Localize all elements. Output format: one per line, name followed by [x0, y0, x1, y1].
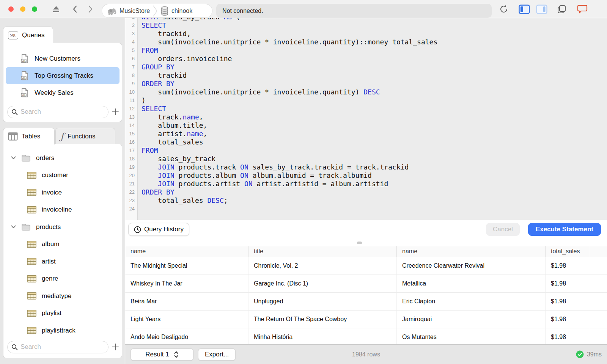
result-selector[interactable]: Result 1 [131, 348, 193, 361]
tab-queries[interactable]: SQL Queries [3, 27, 53, 43]
table-icon [27, 241, 36, 248]
execute-statement-button[interactable]: Execute Statement [528, 223, 601, 236]
table-cell[interactable]: Unplugged [248, 293, 397, 310]
table-cell[interactable]: Whiskey In The Jar [125, 275, 248, 292]
table-icon [27, 292, 36, 300]
code-line: JOIN products.album ON album.albumid = t… [138, 171, 607, 180]
tab-tables[interactable]: Tables [3, 128, 55, 144]
query-list-item[interactable]: SQLTop Grossing Tracks [6, 67, 120, 84]
close-window-button[interactable] [8, 6, 14, 12]
eject-icon[interactable] [52, 5, 61, 14]
tree-item-invoice[interactable]: invoice [3, 184, 122, 201]
code-line: sales_by_track [138, 155, 607, 163]
table-row[interactable]: Light YearsThe Return Of The Space Cowbo… [125, 311, 607, 328]
column-header[interactable]: name [397, 246, 546, 257]
tree-item-genre[interactable]: genre [3, 270, 122, 288]
line-number: 8 [125, 71, 137, 80]
queries-search-box[interactable] [7, 106, 109, 118]
table-cell[interactable]: Minha História [248, 328, 397, 346]
add-table-button[interactable] [111, 342, 120, 352]
table-row[interactable]: Beira MarUnpluggedEric Clapton$1.98 [125, 293, 607, 311]
tree-table-label: playlisttrack [42, 327, 75, 334]
table-cell[interactable]: Beira Mar [125, 293, 248, 310]
line-number: 14 [125, 121, 137, 130]
table-cell[interactable]: Ando Meio Desligado [125, 328, 248, 346]
zoom-window-button[interactable] [32, 6, 37, 12]
table-cell[interactable]: The Return Of The Space Cowboy [248, 311, 397, 328]
line-number: 7 [125, 63, 137, 71]
table-cell[interactable]: $1.98 [546, 293, 590, 310]
cancel-label: Cancel [493, 226, 513, 233]
tables-search-box[interactable] [7, 341, 109, 353]
code-line: JOIN products.artist ON artist.artistid … [138, 180, 607, 188]
table-row[interactable]: The Midnight SpecialChronicle, Vol. 2Cre… [125, 257, 607, 275]
table-row[interactable]: Whiskey In The JarGarage Inc. (Disc 1)Me… [125, 275, 607, 293]
breadcrumb-database[interactable]: chinook [171, 8, 192, 14]
tree-item-playlist[interactable]: playlist [3, 305, 122, 322]
sql-code-area[interactable]: WITH sales_by_track AS (SELECT trackid, … [138, 18, 607, 220]
table-cell[interactable]: $1.98 [546, 311, 590, 328]
table-cell-spacer [590, 311, 607, 328]
export-button[interactable]: Export... [198, 348, 236, 361]
line-number: 6 [125, 55, 137, 63]
table-cell[interactable]: Jamiroquai [397, 311, 546, 328]
breadcrumb-server[interactable]: MusicStore [120, 8, 150, 14]
cancel-button[interactable]: Cancel [486, 223, 520, 236]
code-line: FROM [138, 146, 607, 155]
table-row[interactable]: Ando Meio DesligadoMinha HistóriaOs Muta… [125, 328, 607, 346]
tables-search-input[interactable] [20, 343, 104, 351]
toggle-left-sidebar-icon[interactable] [518, 5, 530, 14]
table-cell[interactable]: Garage Inc. (Disc 1) [248, 275, 397, 292]
minimize-window-button[interactable] [20, 6, 25, 12]
table-cell[interactable]: Light Years [125, 311, 248, 328]
query-list-item[interactable]: SQLNew Customers [6, 50, 120, 67]
chat-icon[interactable] [577, 5, 588, 14]
tree-item-playlisttrack[interactable]: playlisttrack [3, 322, 122, 339]
table-cell-spacer [590, 257, 607, 275]
queries-search-input[interactable] [20, 108, 104, 116]
chevron-down-icon[interactable] [11, 225, 16, 229]
tree-table-label: mediatype [42, 292, 71, 300]
query-list-item-label: New Customers [35, 55, 80, 63]
tree-item-customer[interactable]: customer [3, 167, 122, 184]
sql-editor[interactable]: 123456789101112131415161718192021222324 … [125, 18, 607, 220]
table-cell[interactable]: Os Mutantes [397, 328, 546, 346]
column-header[interactable]: total_sales [546, 246, 590, 257]
table-cell[interactable]: $1.98 [546, 257, 590, 275]
line-number: 20 [125, 171, 137, 180]
tree-item-orders[interactable]: orders [3, 149, 122, 167]
forward-button[interactable] [86, 5, 95, 14]
table-columns-icon [8, 132, 18, 141]
tab-functions[interactable]: ƒ Functions [55, 128, 115, 144]
postgres-elephant-icon [107, 6, 117, 16]
table-cell[interactable]: Eric Clapton [397, 293, 546, 310]
add-query-button[interactable] [111, 107, 120, 117]
tree-item-mediatype[interactable]: mediatype [3, 287, 122, 305]
table-cell[interactable]: Chronicle, Vol. 2 [248, 257, 397, 275]
tree-item-album[interactable]: album [3, 236, 122, 253]
code-line: trackid, [138, 30, 607, 38]
table-icon [27, 327, 36, 334]
table-cell[interactable]: The Midnight Special [125, 257, 248, 275]
table-icon [27, 206, 36, 213]
splitter-handle[interactable] [357, 242, 362, 244]
chevron-down-icon[interactable] [11, 156, 16, 160]
query-history-button[interactable]: Query History [128, 223, 189, 236]
table-cell[interactable]: Metallica [397, 275, 546, 292]
tree-item-invoiceline[interactable]: invoiceline [3, 201, 122, 219]
sql-file-icon: SQL [21, 88, 29, 97]
queries-search-row [7, 105, 120, 118]
code-line: track.name, [138, 113, 607, 121]
windows-icon[interactable] [556, 5, 567, 14]
tree-item-products[interactable]: products [3, 218, 122, 236]
tree-item-artist[interactable]: artist [3, 253, 122, 270]
column-header[interactable]: title [248, 246, 397, 257]
refresh-icon[interactable] [498, 5, 509, 14]
toggle-right-sidebar-icon[interactable] [536, 5, 548, 14]
table-cell[interactable]: $1.98 [546, 328, 590, 346]
table-cell[interactable]: Creedence Clearwater Revival [397, 257, 546, 275]
query-list-item[interactable]: SQLWeekly Sales [6, 84, 120, 101]
back-button[interactable] [71, 5, 80, 14]
table-cell[interactable]: $1.98 [546, 275, 590, 292]
column-header[interactable]: name [125, 246, 248, 257]
